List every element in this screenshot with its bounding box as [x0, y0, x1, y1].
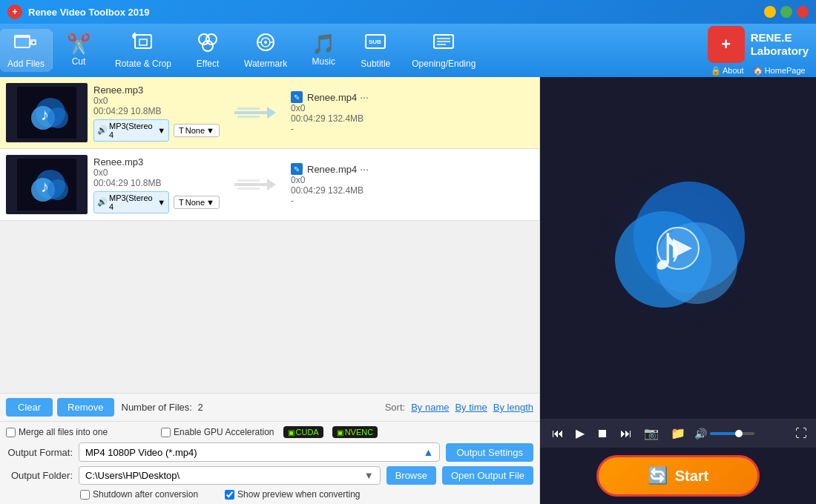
settings-bar: Merge all files into one Enable GPU Acce… — [0, 421, 539, 504]
file-dims-1: 0x0 — [93, 96, 220, 106]
edit-icon-2: ✎ — [291, 163, 303, 175]
file-count-label: Number of Files: 2 — [122, 402, 203, 413]
music-visual: ♪ — [585, 156, 771, 341]
audio-track-label-2: MP3(Stereo 4 — [109, 193, 156, 211]
audio-dropdown-arrow-1: ▼ — [157, 126, 165, 135]
refresh-icon: 🔄 — [648, 466, 668, 485]
file-list: ♪ Renee.mp3 0x0 00:04:29 10.8MB 🔊 MP3(St… — [0, 77, 539, 393]
subtitle-select-1[interactable]: T None ▼ — [174, 124, 220, 137]
audio-track-select-1[interactable]: 🔊 MP3(Stereo 4 ▼ — [93, 119, 169, 142]
gpu-checkbox[interactable] — [161, 428, 171, 437]
audio-track-select-2[interactable]: 🔊 MP3(Stereo 4 ▼ — [93, 191, 169, 213]
shutdown-checkbox[interactable] — [80, 490, 90, 500]
output-dims-2: 0x0 — [291, 175, 533, 185]
homepage-link[interactable]: 🏠 HomePage — [753, 66, 806, 76]
dots-button-2[interactable]: ··· — [360, 163, 369, 175]
subtitle-icon-1: T — [179, 126, 184, 135]
main-content: ♪ Renee.mp3 0x0 00:04:29 10.8MB 🔊 MP3(St… — [0, 77, 816, 504]
skip-back-button[interactable]: ⏮ — [549, 425, 567, 442]
effect-label: Effect — [197, 59, 219, 69]
preview-checkbox-label[interactable]: Show preview when converting — [225, 489, 360, 500]
lock-icon: 🔒 — [711, 66, 721, 76]
preview-checkbox[interactable] — [225, 490, 234, 500]
merge-checkbox-label[interactable]: Merge all files into one — [6, 427, 108, 437]
sort-by-time-button[interactable]: By time — [455, 402, 487, 413]
toolbar-rotate-crop[interactable]: Rotate & Crop — [105, 29, 182, 72]
file-info-1: Renee.mp3 0x0 00:04:29 10.8MB 🔊 MP3(Ster… — [93, 84, 220, 142]
output-folder-value: C:\Users\HP\Desktop\ — [85, 470, 180, 481]
toolbar-opening-ending[interactable]: Opening/Ending — [401, 29, 486, 72]
dots-button-1[interactable]: ··· — [360, 91, 369, 103]
merge-checkbox[interactable] — [6, 428, 16, 437]
sort-by-name-button[interactable]: By name — [411, 402, 449, 413]
fullscreen-button[interactable]: ⛶ — [795, 427, 807, 440]
rotate-crop-label: Rotate & Crop — [115, 59, 171, 69]
play-button[interactable]: ▶ — [573, 425, 588, 442]
shutdown-checkbox-label[interactable]: Shutdown after conversion — [80, 489, 198, 500]
sort-area: Sort: By name By time By length — [385, 402, 533, 413]
file-duration-2: 00:04:29 10.8MB — [93, 178, 220, 188]
gpu-checkbox-label[interactable]: Enable GPU Acceleration — [161, 427, 274, 437]
toolbar: + Add Files ✂️ Cut Rotate & Crop Eff — [0, 24, 816, 77]
shutdown-label: Shutdown after conversion — [93, 489, 198, 500]
toolbar-music[interactable]: 🎵 Music — [297, 31, 349, 70]
add-files-label: Add Files — [7, 59, 45, 69]
output-name-1: ✎ Renee.mp4 ··· — [291, 91, 533, 103]
output-folder-input[interactable]: C:\Users\HP\Desktop\ ▼ — [79, 466, 381, 485]
file-name-2: Renee.mp3 — [93, 156, 220, 168]
subtitle-label-1: None — [185, 126, 205, 135]
audio-icon: 🔊 — [97, 125, 108, 135]
snapshot-button[interactable]: 📷 — [641, 425, 662, 442]
homepage-label: HomePage — [765, 66, 806, 75]
skip-forward-button[interactable]: ⏭ — [617, 425, 635, 442]
maximize-button[interactable] — [780, 6, 792, 18]
output-format-select[interactable]: MP4 1080P Video (*.mp4) ▲ — [79, 442, 440, 462]
toolbar-cut[interactable]: ✂️ Cut — [53, 31, 105, 70]
stop-button[interactable]: ⏹ — [593, 425, 611, 442]
svg-rect-4 — [135, 35, 151, 48]
left-panel: ♪ Renee.mp3 0x0 00:04:29 10.8MB 🔊 MP3(St… — [0, 77, 540, 504]
output-dash-2: - — [291, 196, 533, 206]
subtitle-select-2[interactable]: T None ▼ — [174, 196, 220, 209]
svg-rect-33 — [234, 183, 267, 186]
audio-icon-2: 🔊 — [97, 197, 108, 207]
svg-rect-24 — [234, 111, 267, 114]
output-folder-label: Output Folder: — [6, 470, 73, 481]
gpu-label: Enable GPU Acceleration — [174, 427, 274, 437]
file-count-text: Number of Files: — [122, 402, 192, 413]
start-label: Start — [675, 468, 709, 485]
close-button[interactable] — [797, 6, 809, 18]
about-link[interactable]: 🔒 About — [711, 66, 744, 76]
remove-button[interactable]: Remove — [57, 398, 113, 417]
arrow-area-1 — [226, 102, 285, 124]
output-duration-2: 00:04:29 132.4MB — [291, 185, 533, 196]
toolbar-watermark[interactable]: Watermark — [234, 29, 297, 72]
toolbar-add-files[interactable]: + Add Files — [0, 29, 52, 72]
start-area: 🔄 Start — [540, 448, 816, 504]
open-output-button[interactable]: Open Output File — [442, 466, 533, 485]
svg-text:♪: ♪ — [41, 177, 49, 196]
output-info-2: ✎ Renee.mp4 ··· 0x0 00:04:29 132.4MB - — [291, 163, 533, 206]
subtitle-dropdown-arrow-2: ▼ — [206, 198, 214, 207]
browse-button[interactable]: Browse — [386, 466, 436, 485]
cut-icon: ✂️ — [67, 34, 91, 53]
file-thumbnail-2: ♪ — [6, 155, 88, 214]
folder-button[interactable]: 📁 — [668, 425, 688, 442]
svg-text:+: + — [32, 39, 36, 46]
add-files-icon: + — [14, 32, 38, 56]
toolbar-subtitle[interactable]: SUB Subtitle — [349, 29, 401, 72]
volume-slider[interactable]: 🔊 — [694, 428, 754, 440]
output-dims-1: 0x0 — [291, 103, 533, 113]
right-panel: ♪ ⏮ ▶ ⏹ ⏭ 📷 📁 🔊 ⛶ — [540, 77, 816, 504]
toolbar-effect[interactable]: Effect — [182, 29, 234, 72]
toolbar-right: + RENE.ELaboratory 🔒 About 🏠 HomePage — [708, 26, 816, 76]
lab-links: 🔒 About 🏠 HomePage — [711, 66, 806, 76]
start-button[interactable]: 🔄 Start — [596, 455, 760, 497]
minimize-button[interactable] — [764, 6, 776, 18]
arrow-area-2 — [226, 173, 285, 196]
svg-marker-27 — [267, 107, 276, 119]
clear-button[interactable]: Clear — [6, 398, 53, 417]
output-settings-button[interactable]: Output Settings — [446, 443, 533, 462]
music-icon: 🎵 — [312, 34, 335, 53]
sort-by-length-button[interactable]: By length — [493, 402, 533, 413]
